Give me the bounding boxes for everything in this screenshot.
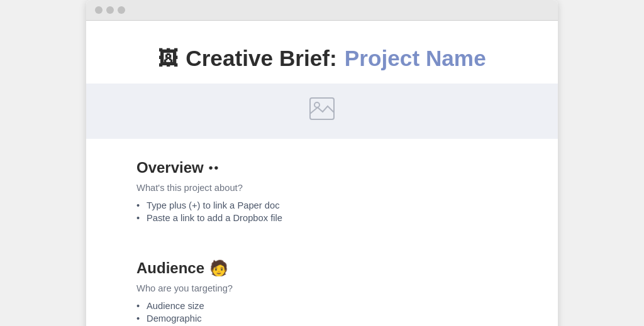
browser-window: 🖼 Creative Brief: Project Name Overview … <box>86 0 558 326</box>
browser-dot-1 <box>95 6 103 14</box>
overview-section: Overview •• What's this project about? T… <box>86 144 558 229</box>
browser-chrome <box>86 0 558 21</box>
audience-bullet-list: Audience size Demographic Primary needs <box>136 300 508 326</box>
title-emoji: 🖼 <box>158 47 178 70</box>
audience-intro: Who are you targeting? <box>136 283 508 293</box>
document-title: 🖼 Creative Brief: Project Name <box>99 46 545 71</box>
audience-emoji: 🧑 <box>209 259 228 277</box>
audience-section: Audience 🧑 Who are you targeting? Audien… <box>86 244 558 326</box>
overview-bullet-list: Type plus (+) to link a Paper doc Paste … <box>136 199 508 224</box>
overview-dots: •• <box>209 161 219 175</box>
browser-dot-3 <box>118 6 125 14</box>
document-body: 🖼 Creative Brief: Project Name Overview … <box>86 21 558 326</box>
overview-heading-text: Overview <box>136 159 204 177</box>
audience-heading: Audience 🧑 <box>136 259 508 277</box>
overview-heading: Overview •• <box>136 159 508 177</box>
list-item: Audience size <box>136 300 508 312</box>
overview-intro: What's this project about? <box>136 183 508 193</box>
browser-dot-2 <box>106 6 114 14</box>
title-area: 🖼 Creative Brief: Project Name <box>86 21 558 84</box>
list-item: Type plus (+) to link a Paper doc <box>136 199 508 212</box>
list-item: Paste a link to add a Dropbox file <box>136 212 508 224</box>
list-item: Demographic <box>136 312 508 325</box>
section-divider <box>86 229 558 244</box>
audience-heading-text: Audience <box>136 259 204 277</box>
cover-image-placeholder-icon <box>309 97 335 125</box>
title-project-name: Project Name <box>345 46 486 71</box>
title-static-text: Creative Brief: <box>186 46 337 71</box>
svg-point-1 <box>314 102 319 107</box>
cover-image-area[interactable] <box>86 84 558 139</box>
